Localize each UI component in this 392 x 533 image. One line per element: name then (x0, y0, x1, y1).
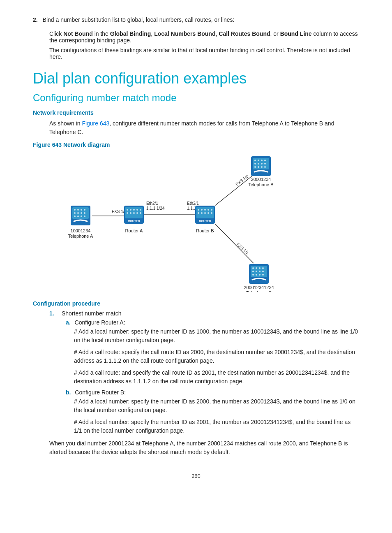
step-a-title: Configure Router A: (75, 319, 125, 326)
svg-point-22 (127, 212, 128, 214)
config-note: The configurations of these bindings are… (49, 47, 359, 60)
svg-point-36 (198, 212, 199, 214)
tel-b-number: 20001234 (251, 177, 271, 182)
section-title: Dial plan configuration examples (33, 70, 359, 87)
step-b-header: b. Configure Router B: (66, 389, 359, 396)
svg-point-32 (201, 209, 203, 211)
step-b-title: Configure Router B: (75, 389, 126, 396)
step-a-para-2: # Add a call route: specify the call rou… (74, 348, 359, 365)
svg-text:ROUTER: ROUTER (199, 220, 211, 222)
svg-point-39 (208, 212, 209, 214)
svg-point-7 (77, 212, 79, 214)
svg-point-71 (262, 274, 264, 276)
telephone-c (249, 264, 269, 284)
svg-line-57 (215, 224, 254, 263)
svg-point-68 (252, 274, 254, 276)
click-prefix: Click (49, 30, 63, 37)
svg-point-49 (254, 163, 256, 165)
call-routes: Call Routes Bound (219, 30, 270, 37)
svg-point-13 (84, 216, 85, 217)
figure-643-link[interactable]: Figure 643 (82, 120, 109, 127)
router-a-label: Router A (125, 228, 143, 233)
svg-point-25 (136, 212, 138, 214)
figure-label: Figure 643 Network diagram (33, 141, 359, 148)
step-b-label: b. (66, 389, 71, 396)
svg-point-34 (208, 209, 209, 211)
svg-point-5 (84, 209, 85, 211)
nr-prefix: As shown in (49, 120, 82, 127)
svg-point-19 (133, 209, 135, 211)
svg-point-20 (136, 209, 138, 211)
step-a-header: a. Configure Router A: (66, 319, 359, 326)
svg-point-26 (140, 212, 141, 214)
svg-point-61 (256, 267, 257, 269)
step-b-para-1: # Add a local number: specify the number… (74, 397, 359, 415)
tel-c-label: Telephone C (246, 290, 272, 292)
svg-point-66 (259, 271, 261, 272)
eth-a-left-ip: 1.1.1.1/24 (146, 206, 165, 211)
svg-point-56 (264, 166, 266, 168)
svg-text:ROUTER: ROUTER (128, 220, 140, 222)
tel-a-label: Telephone A (68, 234, 93, 239)
not-bound: Not Bound (63, 30, 93, 37)
svg-point-53 (254, 166, 256, 168)
svg-point-10 (74, 216, 76, 217)
svg-point-62 (259, 267, 261, 269)
svg-point-6 (74, 212, 76, 214)
network-requirements-text: As shown in Figure 643, configure differ… (49, 119, 359, 137)
svg-point-45 (254, 160, 256, 161)
svg-point-64 (252, 271, 254, 272)
svg-point-38 (204, 212, 206, 214)
svg-point-55 (261, 166, 263, 168)
svg-point-67 (262, 271, 264, 272)
svg-point-46 (258, 160, 259, 161)
conclusion: When you dial number 20001234 at Telepho… (49, 439, 359, 457)
svg-point-48 (264, 160, 266, 161)
tel-b-label: Telephone B (248, 182, 273, 187)
svg-point-12 (81, 216, 82, 217)
step-text: Bind a number substitution list to globa… (43, 16, 235, 23)
svg-point-60 (252, 267, 254, 269)
svg-point-31 (198, 209, 199, 211)
bound-line: Bound Line (280, 30, 312, 37)
svg-point-69 (256, 274, 257, 276)
svg-point-33 (204, 209, 206, 211)
svg-point-8 (81, 212, 82, 214)
svg-point-35 (211, 209, 212, 211)
network-diagram: 10001234 Telephone A FXS 1/0 ROUTER Rout… (33, 152, 359, 292)
step-b-para-2: # Add a local number: specify the number… (74, 418, 359, 435)
step-number: 2. (33, 16, 38, 23)
sub-title: Configuring number match mode (33, 92, 359, 104)
step-1-text: Shortest number match (62, 310, 122, 317)
svg-point-50 (258, 163, 259, 165)
config-note-text: The configurations of these bindings are… (49, 47, 350, 60)
step-a-label: a. (66, 319, 71, 326)
fxs-b1-label: FXS 1/1 (236, 242, 250, 255)
svg-point-11 (77, 216, 79, 217)
svg-point-21 (140, 209, 141, 211)
global-binding: Global Binding (110, 30, 151, 37)
tel-a-number: 10001234 (71, 228, 91, 233)
router-b: ROUTER (195, 206, 215, 224)
tel-c-number: 200012341234 (244, 285, 274, 290)
svg-point-18 (130, 209, 131, 211)
svg-point-23 (130, 212, 131, 214)
svg-point-51 (261, 163, 263, 165)
svg-point-37 (201, 212, 203, 214)
eth-a-left: Eth2/1 (146, 201, 158, 206)
svg-point-52 (264, 163, 266, 165)
step-1-number: 1. (49, 310, 62, 317)
eth-b-right: Eth2/1 (187, 201, 199, 206)
router-b-label: Router B (196, 228, 214, 233)
step-1: 1. Shortest number match (49, 310, 359, 317)
svg-point-54 (258, 166, 259, 168)
svg-point-3 (77, 209, 79, 211)
svg-point-65 (256, 271, 257, 272)
telephone-b (251, 156, 271, 176)
svg-point-24 (133, 212, 135, 214)
svg-point-9 (84, 212, 85, 214)
svg-point-40 (211, 212, 212, 214)
click-mid: in the (93, 30, 110, 37)
svg-line-42 (215, 175, 254, 206)
svg-point-47 (261, 160, 263, 161)
